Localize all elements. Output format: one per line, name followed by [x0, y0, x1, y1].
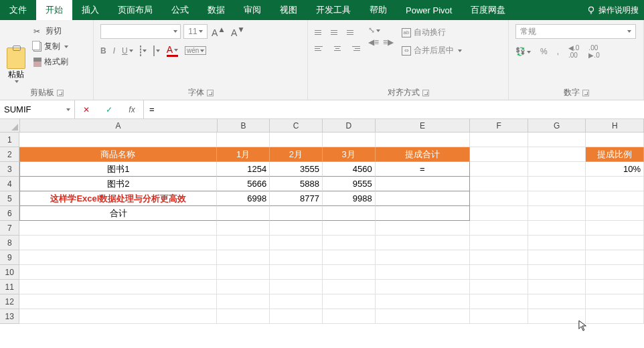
cell[interactable]: 这样学Excel数据处理与分析更高效 — [19, 191, 217, 206]
cell[interactable] — [470, 236, 528, 250]
format-painter-button[interactable]: 格式刷 — [31, 55, 71, 69]
number-format-combo[interactable]: 常规 — [515, 24, 636, 39]
cell[interactable] — [470, 280, 528, 294]
dialog-launcher-icon[interactable] — [422, 90, 429, 96]
cell[interactable] — [586, 221, 644, 236]
col-header-E[interactable]: E — [376, 119, 471, 133]
cell[interactable] — [470, 250, 528, 265]
menu-powerpivot[interactable]: Power Pivot — [396, 0, 461, 20]
header-cell[interactable]: 3月 — [323, 147, 376, 162]
cell[interactable] — [270, 294, 323, 309]
cell[interactable] — [323, 133, 376, 147]
cell[interactable] — [528, 177, 586, 191]
row-header[interactable]: 3 — [0, 162, 19, 177]
bold-button[interactable]: B — [100, 46, 106, 56]
cell[interactable] — [19, 221, 217, 236]
name-box[interactable]: SUMIF — [0, 100, 75, 118]
cell[interactable] — [528, 191, 586, 206]
cell[interactable] — [376, 133, 471, 147]
cell[interactable] — [470, 147, 528, 162]
menu-data[interactable]: 数据 — [198, 0, 234, 20]
menu-home[interactable]: 开始 — [36, 0, 72, 20]
dialog-launcher-icon[interactable] — [57, 90, 64, 96]
row-header[interactable]: 6 — [0, 206, 19, 221]
cell[interactable] — [323, 236, 376, 250]
cell[interactable] — [217, 265, 270, 280]
row-header[interactable]: 1 — [0, 133, 19, 147]
cell[interactable]: 9555 — [323, 177, 376, 191]
row-header[interactable]: 10 — [0, 265, 19, 280]
cell[interactable] — [270, 250, 323, 265]
cell[interactable] — [19, 265, 217, 280]
cell[interactable]: 图书1 — [19, 162, 217, 177]
cell[interactable] — [217, 294, 270, 309]
increase-decimal-button[interactable]: ◀.0.00 — [568, 44, 579, 59]
menu-insert[interactable]: 插入 — [72, 0, 108, 20]
cut-button[interactable]: ✂剪切 — [31, 24, 71, 38]
cell[interactable] — [586, 294, 644, 309]
fill-color-button[interactable] — [153, 46, 160, 56]
increase-font-button[interactable]: A▲ — [210, 25, 227, 38]
row-header[interactable]: 7 — [0, 221, 19, 236]
col-header-C[interactable]: C — [270, 119, 323, 133]
cell[interactable] — [270, 265, 323, 280]
cell[interactable] — [470, 206, 528, 221]
cell[interactable] — [323, 250, 376, 265]
decrease-font-button[interactable]: A▼ — [230, 25, 246, 38]
cell[interactable]: 4560 — [323, 162, 376, 177]
header-cell[interactable]: 商品名称 — [19, 147, 217, 162]
align-right-button[interactable] — [347, 41, 360, 55]
cell[interactable] — [376, 236, 471, 250]
menu-developer[interactable]: 开发工具 — [307, 0, 360, 20]
cell[interactable] — [19, 294, 217, 309]
tell-me[interactable]: 操作说明搜 — [581, 0, 644, 20]
cell[interactable] — [470, 177, 528, 191]
menu-view[interactable]: 视图 — [270, 0, 307, 20]
menu-baidu[interactable]: 百度网盘 — [461, 0, 515, 20]
align-middle-button[interactable] — [331, 25, 344, 39]
cell[interactable] — [217, 250, 270, 265]
pinyin-button[interactable]: wén — [185, 46, 206, 55]
cell[interactable] — [376, 309, 471, 324]
cell[interactable] — [376, 280, 471, 294]
decrease-decimal-button[interactable]: .00▶.0 — [588, 44, 599, 59]
align-top-button[interactable] — [315, 25, 328, 39]
cell[interactable] — [19, 133, 217, 147]
row-header[interactable]: 5 — [0, 191, 19, 206]
cell[interactable] — [528, 206, 586, 221]
cell[interactable]: 6998 — [217, 191, 270, 206]
italic-button[interactable]: I — [113, 46, 115, 56]
col-header-H[interactable]: H — [586, 119, 644, 133]
cell[interactable] — [586, 250, 644, 265]
cell[interactable] — [19, 236, 217, 250]
cell[interactable] — [586, 280, 644, 294]
cell[interactable] — [470, 133, 528, 147]
cell[interactable] — [217, 236, 270, 250]
wrap-text-button[interactable]: ab自动换行 — [400, 25, 463, 39]
cell[interactable]: 合计 — [19, 206, 217, 221]
orientation-button[interactable]: ⤡ — [368, 25, 380, 35]
align-center-button[interactable] — [331, 41, 344, 55]
borders-button[interactable] — [140, 46, 147, 56]
cell[interactable] — [586, 191, 644, 206]
paste-button[interactable]: 粘贴 — [4, 23, 28, 86]
cell[interactable] — [323, 280, 376, 294]
align-left-button[interactable] — [315, 41, 328, 55]
cell[interactable]: 图书2 — [19, 177, 217, 191]
comma-button[interactable]: , — [557, 47, 559, 56]
cell[interactable] — [376, 191, 471, 206]
cell[interactable] — [470, 221, 528, 236]
row-header[interactable]: 4 — [0, 177, 19, 191]
cell[interactable]: 8777 — [270, 191, 323, 206]
cell[interactable] — [376, 250, 471, 265]
header-cell[interactable]: 提成合计 — [376, 147, 471, 162]
cell[interactable] — [470, 162, 528, 177]
row-header[interactable]: 2 — [0, 147, 19, 162]
dialog-launcher-icon[interactable] — [582, 90, 589, 96]
cell[interactable] — [270, 309, 323, 324]
cell[interactable] — [323, 265, 376, 280]
cell[interactable] — [217, 133, 270, 147]
cell[interactable] — [586, 309, 644, 324]
cell[interactable] — [376, 177, 471, 191]
header-cell[interactable]: 2月 — [270, 147, 323, 162]
